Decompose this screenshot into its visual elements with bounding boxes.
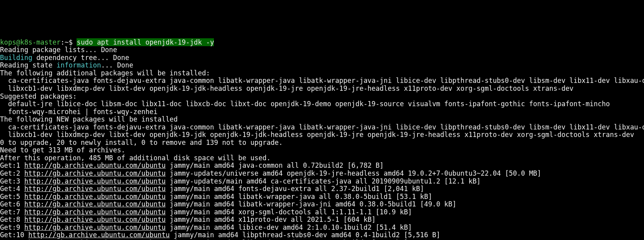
prompt-path: :~$ xyxy=(61,38,77,46)
summary-archives: Need to get 313 MB of archives. xyxy=(0,146,644,154)
download-line: Get:10 http://gb.archive.ubuntu.com/ubun… xyxy=(0,231,644,239)
new-packages-header: The following NEW packages will be insta… xyxy=(0,116,644,124)
suggested-packages-header: Suggested packages: xyxy=(0,93,644,101)
summary-upgrade: 0 to upgrade, 20 to newly install, 0 to … xyxy=(0,139,644,147)
download-url: http://gb.archive.ubuntu.com/ubuntu xyxy=(24,161,165,169)
building-dependency-tree: Building dependency tree... Done xyxy=(0,54,644,62)
download-index: Get:10 xyxy=(0,231,28,239)
download-tail: jammy/main amd64 libice-dev amd64 2:1.0.… xyxy=(166,223,412,231)
additional-packages-header: The following additional packages will b… xyxy=(0,69,644,77)
terminal[interactable]: kops@k8s-master:~$ sudo apt install open… xyxy=(0,39,644,240)
download-tail: jammy-updates/main amd64 ca-certificates… xyxy=(166,177,481,185)
download-line: Get:1 http://gb.archive.ubuntu.com/ubunt… xyxy=(0,162,644,170)
download-tail: jammy-updates/universe amd64 openjdk-19-… xyxy=(166,169,541,177)
download-index: Get:8 xyxy=(0,216,24,223)
download-index: Get:3 xyxy=(0,177,24,185)
download-index: Get:5 xyxy=(0,193,24,201)
download-index: Get:1 xyxy=(0,161,24,169)
download-url: http://gb.archive.ubuntu.com/ubuntu xyxy=(24,223,165,231)
new-packages-l2: libxcb1-dev libxdmcp-dev libxt-dev openj… xyxy=(0,131,644,139)
suggested-packages-l2: fonts-wqy-microhei | fonts-wqy-zenhei xyxy=(0,108,644,116)
download-tail: jammy/main amd64 fonts-dejavu-extra all … xyxy=(166,185,424,193)
new-packages-l1: ca-certificates-java fonts-dejavu-extra … xyxy=(0,124,644,131)
summary-disk-space: After this operation, 485 MB of addition… xyxy=(0,154,644,162)
download-line: Get:4 http://gb.archive.ubuntu.com/ubunt… xyxy=(0,185,644,193)
download-tail: jammy/main amd64 xorg-sgml-doctools all … xyxy=(166,208,412,216)
download-index: Get:9 xyxy=(0,223,24,231)
suggested-packages-l1: default-jre libice-doc libsm-doc libx11-… xyxy=(0,100,644,108)
prompt-line: kops@k8s-master:~$ sudo apt install open… xyxy=(0,39,644,47)
download-tail: jammy/main amd64 x11proto-dev all 2021.5… xyxy=(166,216,376,223)
download-url: http://gb.archive.ubuntu.com/ubuntu xyxy=(28,231,170,239)
reading-state-information: Reading state information... Done xyxy=(0,62,644,69)
download-url: http://gb.archive.ubuntu.com/ubuntu xyxy=(24,208,165,216)
command: sudo apt install openjdk-19-jdk -y xyxy=(77,38,214,46)
additional-packages-l2: libxcb1-dev libxdmcp-dev libxt-dev openj… xyxy=(0,85,644,93)
download-line: Get:5 http://gb.archive.ubuntu.com/ubunt… xyxy=(0,193,644,201)
download-line: Get:8 http://gb.archive.ubuntu.com/ubunt… xyxy=(0,216,644,224)
download-line: Get:3 http://gb.archive.ubuntu.com/ubunt… xyxy=(0,178,644,186)
additional-packages-l1: ca-certificates-java fonts-dejavu-extra … xyxy=(0,77,644,85)
download-url: http://gb.archive.ubuntu.com/ubuntu xyxy=(24,185,165,193)
download-index: Get:6 xyxy=(0,200,24,208)
download-line: Get:9 http://gb.archive.ubuntu.com/ubunt… xyxy=(0,224,644,232)
download-tail: jammy/main amd64 libpthread-stubs0-dev a… xyxy=(170,231,440,239)
download-line: Get:7 http://gb.archive.ubuntu.com/ubunt… xyxy=(0,208,644,216)
download-tail: jammy/main amd64 libatk-wrapper-java all… xyxy=(166,193,432,201)
download-url: http://gb.archive.ubuntu.com/ubuntu xyxy=(24,169,165,177)
download-tail: jammy/main amd64 libatk-wrapper-java-jni… xyxy=(166,200,457,208)
download-line: Get:2 http://gb.archive.ubuntu.com/ubunt… xyxy=(0,170,644,178)
prompt-user-host: kops@k8s-master xyxy=(0,38,61,46)
download-tail: jammy/main amd64 java-common all 0.72bui… xyxy=(166,161,384,169)
download-url: http://gb.archive.ubuntu.com/ubuntu xyxy=(24,177,165,185)
download-url: http://gb.archive.ubuntu.com/ubuntu xyxy=(24,193,165,201)
download-url: http://gb.archive.ubuntu.com/ubuntu xyxy=(24,200,165,208)
download-lines: Get:1 http://gb.archive.ubuntu.com/ubunt… xyxy=(0,162,644,240)
reading-package-lists: Reading package lists... Done xyxy=(0,46,644,54)
download-line: Get:6 http://gb.archive.ubuntu.com/ubunt… xyxy=(0,201,644,208)
download-url: http://gb.archive.ubuntu.com/ubuntu xyxy=(24,216,165,223)
download-index: Get:4 xyxy=(0,185,24,193)
download-index: Get:2 xyxy=(0,169,24,177)
download-index: Get:7 xyxy=(0,208,24,216)
